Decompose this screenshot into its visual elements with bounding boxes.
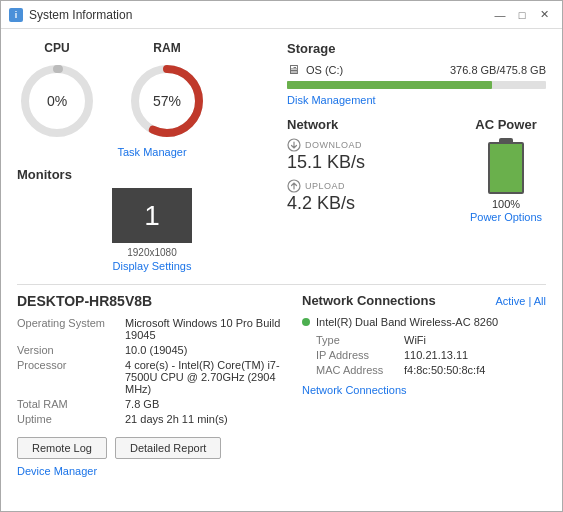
ram-key: Total RAM	[17, 398, 117, 410]
mac-val: f4:8c:50:50:8c:f4	[404, 364, 485, 376]
network-connections-panel: Network Connections Active | All Intel(R…	[302, 293, 546, 477]
os-val: Microsoft Windows 10 Pro Build 19045	[125, 317, 282, 341]
download-icon	[287, 138, 301, 152]
main-content: CPU 0% RAM	[1, 29, 562, 511]
ram-val: 7.8 GB	[125, 398, 282, 410]
type-key: Type	[316, 334, 396, 346]
net-status-dot	[302, 318, 310, 326]
top-section: CPU 0% RAM	[17, 41, 546, 272]
ram-row: Total RAM 7.8 GB	[17, 398, 282, 410]
app-icon: i	[9, 8, 23, 22]
close-button[interactable]: ✕	[534, 6, 554, 24]
device-manager-link[interactable]: Device Manager	[17, 465, 282, 477]
power-section: AC Power 100% Power Options	[466, 117, 546, 224]
ram-value: 57%	[153, 93, 181, 109]
storage-section: Storage 🖥 OS (C:) 376.8 GB/475.8 GB Disk…	[287, 41, 546, 107]
net-conn-links: Active | All	[495, 295, 546, 307]
all-link[interactable]: All	[534, 295, 546, 307]
upload-stat: UPLOAD 4.2 KB/s	[287, 179, 446, 214]
net-mac-row: MAC Address f4:8c:50:50:8c:f4	[302, 364, 546, 376]
actions-row: Remote Log Detailed Report	[17, 437, 282, 459]
monitors-section: Monitors 1 1920x1080 Display Settings	[17, 167, 287, 272]
monitors-title: Monitors	[17, 167, 287, 182]
detailed-report-button[interactable]: Detailed Report	[115, 437, 221, 459]
ram-gauge: RAM 57%	[127, 41, 207, 141]
monitor-display: 1	[112, 188, 192, 243]
os-row: Operating System Microsoft Windows 10 Pr…	[17, 317, 282, 341]
os-key: Operating System	[17, 317, 117, 329]
processor-val: 4 core(s) - Intel(R) Core(TM) i7-7500U C…	[125, 359, 282, 395]
ram-label: RAM	[153, 41, 180, 55]
cpu-circle: 0%	[17, 61, 97, 141]
net-device-item: Intel(R) Dual Band Wireless-AC 8260	[302, 316, 546, 328]
minimize-button[interactable]: —	[490, 6, 510, 24]
system-info: DESKTOP-HR85V8B Operating System Microso…	[17, 293, 282, 477]
monitor-resolution: 1920x1080	[17, 247, 287, 258]
monitor-count: 1	[144, 200, 160, 232]
cpu-label: CPU	[44, 41, 69, 55]
task-manager-link[interactable]: Task Manager	[117, 146, 186, 158]
system-information-window: i System Information — □ ✕ CPU	[0, 0, 563, 512]
battery-fill	[490, 144, 522, 192]
download-label: DOWNLOAD	[305, 140, 362, 150]
version-key: Version	[17, 344, 117, 356]
window-title: System Information	[29, 8, 132, 22]
upload-label: UPLOAD	[305, 181, 345, 191]
active-link[interactable]: Active	[495, 295, 525, 307]
storage-name: OS (C:)	[306, 64, 444, 76]
uptime-row: Uptime 21 days 2h 11 min(s)	[17, 413, 282, 425]
cpu-value: 0%	[47, 93, 67, 109]
net-ip-row: IP Address 110.21.13.11	[302, 349, 546, 361]
net-type-row: Type WiFi	[302, 334, 546, 346]
upload-icon	[287, 179, 301, 193]
ip-key: IP Address	[316, 349, 396, 361]
storage-progress-fill	[287, 81, 492, 89]
battery-percentage: 100%	[466, 198, 546, 210]
bottom-section: DESKTOP-HR85V8B Operating System Microso…	[17, 293, 546, 477]
storage-progress-bar	[287, 81, 546, 89]
storage-icon: 🖥	[287, 62, 300, 77]
ram-circle: 57%	[127, 61, 207, 141]
download-stat: DOWNLOAD 15.1 KB/s	[287, 138, 446, 173]
network-section: Network DOWNLOAD 15.1 KB/s	[287, 117, 446, 224]
ip-val: 110.21.13.11	[404, 349, 468, 361]
net-device-name: Intel(R) Dual Band Wireless-AC 8260	[316, 316, 498, 328]
processor-key: Processor	[17, 359, 117, 371]
storage-size: 376.8 GB/475.8 GB	[450, 64, 546, 76]
battery-body	[488, 142, 524, 194]
power-options-link[interactable]: Power Options	[470, 211, 542, 223]
version-row: Version 10.0 (19045)	[17, 344, 282, 356]
network-connections-link[interactable]: Network Connections	[302, 384, 546, 396]
title-bar-controls: — □ ✕	[490, 6, 554, 24]
processor-row: Processor 4 core(s) - Intel(R) Core(TM) …	[17, 359, 282, 395]
mac-key: MAC Address	[316, 364, 396, 376]
disk-management-link[interactable]: Disk Management	[287, 94, 376, 106]
system-title: DESKTOP-HR85V8B	[17, 293, 282, 309]
net-conn-title: Network Connections	[302, 293, 436, 308]
right-panel: Storage 🖥 OS (C:) 376.8 GB/475.8 GB Disk…	[287, 41, 546, 272]
left-panel: CPU 0% RAM	[17, 41, 287, 272]
cpu-gauge: CPU 0%	[17, 41, 97, 141]
remote-log-button[interactable]: Remote Log	[17, 437, 107, 459]
type-val: WiFi	[404, 334, 426, 346]
ac-power-title: AC Power	[466, 117, 546, 132]
title-bar: i System Information — □ ✕	[1, 1, 562, 29]
maximize-button[interactable]: □	[512, 6, 532, 24]
upload-value: 4.2 KB/s	[287, 193, 446, 214]
display-settings-link[interactable]: Display Settings	[17, 260, 287, 272]
uptime-key: Uptime	[17, 413, 117, 425]
network-power-row: Network DOWNLOAD 15.1 KB/s	[287, 117, 546, 224]
section-divider	[17, 284, 546, 285]
net-conn-header: Network Connections Active | All	[302, 293, 546, 308]
network-title: Network	[287, 117, 446, 132]
storage-title: Storage	[287, 41, 546, 56]
title-bar-left: i System Information	[9, 8, 132, 22]
uptime-val: 21 days 2h 11 min(s)	[125, 413, 282, 425]
storage-item: 🖥 OS (C:) 376.8 GB/475.8 GB	[287, 62, 546, 77]
version-val: 10.0 (19045)	[125, 344, 282, 356]
download-value: 15.1 KB/s	[287, 152, 446, 173]
gauges-row: CPU 0% RAM	[17, 41, 287, 141]
